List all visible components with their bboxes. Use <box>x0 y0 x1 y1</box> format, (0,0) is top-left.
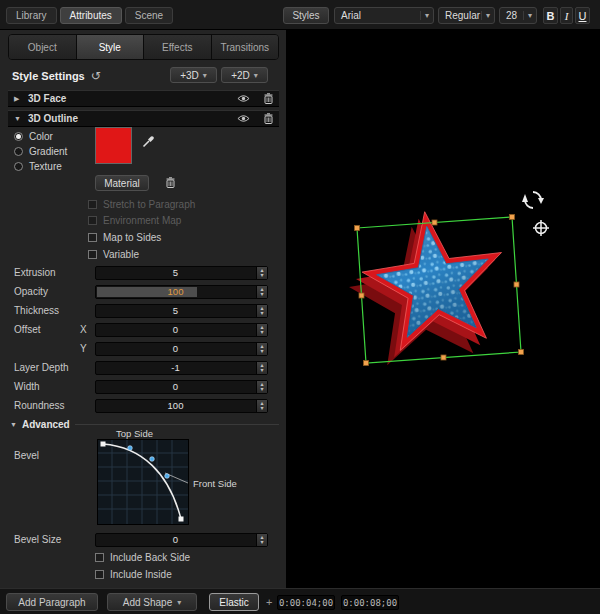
offset-y-stepper[interactable]: ▴▾ <box>256 343 267 355</box>
width-input[interactable]: 0 ▴▾ <box>95 380 268 394</box>
underline-button[interactable]: U <box>575 7 590 24</box>
preview-canvas[interactable] <box>287 30 600 588</box>
bevel-size-value: 0 <box>96 534 255 546</box>
duration-time-field[interactable]: 0:00:08;00 <box>341 595 399 610</box>
checkbox-map-to-sides[interactable]: Map to Sides <box>88 232 161 243</box>
inspector-tabs: Object Style Effects Transitions <box>8 34 279 60</box>
checkbox-variable[interactable]: Variable <box>88 249 139 260</box>
curve-endpoint-handle[interactable] <box>101 442 106 447</box>
selection-handle[interactable] <box>510 215 515 220</box>
rotate-icon[interactable] <box>522 192 544 208</box>
visibility-eye-icon[interactable] <box>237 94 250 103</box>
extrusion-stepper[interactable]: ▴▾ <box>256 267 267 279</box>
triangle-right-icon[interactable]: ▶ <box>14 95 22 103</box>
bevel-size-stepper[interactable]: ▴▾ <box>256 534 267 546</box>
selection-handle[interactable] <box>364 361 369 366</box>
bold-button[interactable]: B <box>543 7 558 24</box>
material-button[interactable]: Material <box>95 175 149 191</box>
bevel-size-input[interactable]: 0 ▴▾ <box>95 533 268 547</box>
eyedropper-icon[interactable] <box>139 132 157 150</box>
stepper-down-icon[interactable]: ▾ <box>260 273 263 278</box>
tab-style[interactable]: Style <box>77 35 145 59</box>
checkbox-include-back-side[interactable]: Include Back Side <box>95 552 190 563</box>
opacity-stepper[interactable]: ▴▾ <box>256 286 267 298</box>
roundness-value: 100 <box>96 400 255 412</box>
fill-radio-gradient[interactable]: Gradient <box>14 145 67 157</box>
plus-icon[interactable]: + <box>266 596 272 608</box>
bevel-curve-editor[interactable] <box>97 439 189 525</box>
fill-radio-color[interactable]: Color <box>14 130 53 142</box>
font-size-select[interactable]: 28 ▾ <box>499 7 537 24</box>
stepper-down-icon[interactable]: ▾ <box>260 292 263 297</box>
styles-button[interactable]: Styles <box>283 7 329 24</box>
layer-depth-stepper[interactable]: ▴▾ <box>256 362 267 374</box>
curve-control-point[interactable] <box>165 474 170 479</box>
stepper-down-icon[interactable]: ▾ <box>260 311 263 316</box>
font-style-select[interactable]: Regular ▾ <box>438 7 495 24</box>
add-2d-label: +2D <box>231 70 250 81</box>
curve-control-point[interactable] <box>128 446 133 451</box>
color-swatch[interactable] <box>95 127 132 164</box>
anchor-target-icon[interactable] <box>533 220 549 236</box>
offset-y-input[interactable]: 0 ▴▾ <box>95 342 268 356</box>
selection-handle[interactable] <box>514 282 519 287</box>
layer-depth-input[interactable]: -1 ▴▾ <box>95 361 268 375</box>
thickness-stepper[interactable]: ▴▾ <box>256 305 267 317</box>
roundness-input[interactable]: 100 ▴▾ <box>95 399 268 413</box>
tab-transitions[interactable]: Transitions <box>212 35 279 59</box>
offset-x-input[interactable]: 0 ▴▾ <box>95 323 268 337</box>
offset-x-stepper[interactable]: ▴▾ <box>256 324 267 336</box>
checkbox-label: Include Back Side <box>110 552 190 563</box>
checkbox-icon <box>88 250 97 259</box>
checkbox-environment-map[interactable]: Environment Map <box>88 215 181 226</box>
add-paragraph-button[interactable]: Add Paragraph <box>6 593 98 611</box>
selection-handle[interactable] <box>432 220 437 225</box>
current-time-field[interactable]: 0:00:04;00 <box>277 595 335 610</box>
stepper-down-icon[interactable]: ▾ <box>260 406 263 411</box>
tab-scene[interactable]: Scene <box>125 7 173 24</box>
add-2d-button[interactable]: +2D ▾ <box>221 67 268 83</box>
stepper-down-icon[interactable]: ▾ <box>260 540 263 545</box>
add-3d-button[interactable]: +3D ▾ <box>170 67 217 83</box>
selection-handle[interactable] <box>441 355 446 360</box>
layer-3d-face[interactable]: ▶ 3D Face <box>8 90 279 107</box>
add-shape-button[interactable]: Add Shape ▾ <box>107 593 197 611</box>
trash-icon[interactable] <box>264 93 273 104</box>
tab-object[interactable]: Object <box>9 35 77 59</box>
stepper-down-icon[interactable]: ▾ <box>260 349 263 354</box>
roundness-stepper[interactable]: ▴▾ <box>256 400 267 412</box>
selection-handle[interactable] <box>519 350 524 355</box>
radio-icon <box>14 147 23 156</box>
italic-button[interactable]: I <box>560 7 573 24</box>
trash-icon[interactable] <box>264 113 273 124</box>
tab-effects[interactable]: Effects <box>144 35 212 59</box>
checkbox-stretch-to-paragraph[interactable]: Stretch to Paragraph <box>88 199 195 210</box>
visibility-eye-icon[interactable] <box>237 114 250 123</box>
tab-attributes[interactable]: Attributes <box>60 7 122 24</box>
opacity-slider[interactable]: 100 ▴▾ <box>95 285 268 299</box>
chevron-down-icon: ▾ <box>177 598 181 607</box>
font-family-select[interactable]: Arial ▾ <box>334 7 434 24</box>
curve-control-point[interactable] <box>150 457 155 462</box>
fill-radio-texture[interactable]: Texture <box>14 160 62 172</box>
reset-icon[interactable]: ↺ <box>91 69 101 83</box>
opacity-row: Opacity 100 ▴▾ <box>0 285 287 299</box>
selection-handle[interactable] <box>355 226 360 231</box>
selection-handle[interactable] <box>359 293 364 298</box>
layer-label: 3D Outline <box>28 113 223 124</box>
layer-3d-outline[interactable]: ▼ 3D Outline <box>8 110 279 127</box>
curve-endpoint-handle[interactable] <box>179 517 184 522</box>
stepper-down-icon[interactable]: ▾ <box>260 368 263 373</box>
thickness-input[interactable]: 5 ▴▾ <box>95 304 268 318</box>
checkbox-include-inside[interactable]: Include Inside <box>95 569 172 580</box>
stepper-down-icon[interactable]: ▾ <box>260 330 263 335</box>
width-stepper[interactable]: ▴▾ <box>256 381 267 393</box>
extrusion-input[interactable]: 5 ▴▾ <box>95 266 268 280</box>
stepper-down-icon[interactable]: ▾ <box>260 387 263 392</box>
triangle-down-icon[interactable]: ▼ <box>14 115 22 122</box>
tab-library[interactable]: Library <box>6 7 57 24</box>
radio-label: Texture <box>29 161 62 172</box>
trash-icon[interactable] <box>166 177 175 188</box>
elastic-button[interactable]: Elastic <box>209 593 259 611</box>
divider <box>75 424 279 425</box>
